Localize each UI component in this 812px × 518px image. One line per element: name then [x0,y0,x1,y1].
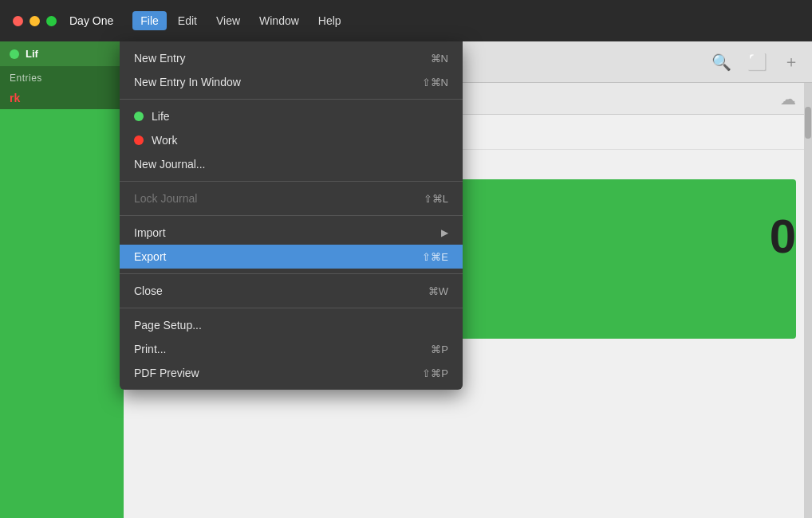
main-content: Lif Entries rk 🔍 ⬜ ＋ MAP CALENDAR ☁ ☆ 🏷 … [0,41,812,518]
menu-item-view[interactable]: View [208,11,248,30]
shortcut-lock: ⇧⌘L [424,193,448,205]
menu-section-import-export: Import ▶ Export ⇧⌘E [120,215,463,273]
menu-section-close: Close ⌘W [120,273,463,308]
shortcut-pdf: ⇧⌘P [422,367,448,379]
life-label: Life [152,110,170,123]
close-label: Close [134,285,163,297]
work-label: Work [152,134,177,147]
page-setup-label: Page Setup... [134,319,202,332]
menu-item-import[interactable]: Import ▶ [120,221,463,245]
menu-item-lock-journal: Lock Journal ⇧⌘L [120,186,463,210]
menu-item-pdf-preview[interactable]: PDF Preview ⇧⌘P [120,361,463,385]
minimize-button[interactable] [30,16,40,26]
work-entry: rk [0,87,124,109]
print-label: Print... [134,343,166,355]
menu-section-lock: Lock Journal ⇧⌘L [120,181,463,215]
lock-journal-label: Lock Journal [134,192,197,205]
scrollbar-thumb[interactable] [805,107,811,139]
menu-item-close[interactable]: Close ⌘W [120,279,463,303]
entries-label: Entries [0,66,124,87]
file-menu: New Entry ⌘N New Entry In Window ⇧⌘N Lif… [120,41,463,390]
export-label: Export [134,250,166,263]
scrollbar[interactable] [804,83,812,518]
cloud-icon: ☁ [780,89,796,108]
menu-item-export[interactable]: Export ⇧⌘E [120,245,463,269]
menu-item-new-entry-window[interactable]: New Entry In Window ⇧⌘N [120,70,463,94]
menu-bar: File Edit View Window Help [132,11,349,30]
life-indicator [134,112,144,121]
work-indicator [134,135,144,145]
menu-item-new-journal[interactable]: New Journal... [120,152,463,176]
menu-item-file[interactable]: File [132,11,167,30]
shortcut-new-entry-window: ⇧⌘N [422,77,448,88]
search-icon[interactable]: 🔍 [711,53,731,72]
shortcut-export: ⇧⌘E [422,251,448,263]
menu-item-window[interactable]: Window [251,11,307,30]
sidebar-icon[interactable]: ⬜ [747,53,767,72]
sidebar-green-block [0,109,124,518]
menu-item-new-entry[interactable]: New Entry ⌘N [120,46,463,70]
import-arrow: ▶ [441,227,448,238]
maximize-button[interactable] [46,16,57,26]
close-button[interactable] [13,16,23,26]
import-label: Import [134,226,166,239]
menu-section-journals: Life Work New Journal... [120,99,463,181]
journal-header[interactable]: Lif [0,41,124,66]
journal-dot [10,49,19,59]
shortcut-print: ⌘P [431,343,448,355]
menu-section-print: Page Setup... Print... ⌘P PDF Preview ⇧⌘… [120,308,463,390]
shortcut-new-entry: ⌘N [431,53,448,65]
traffic-lights [13,16,57,26]
pdf-preview-label: PDF Preview [134,367,199,379]
menu-item-work[interactable]: Work [120,128,463,152]
journal-label: Lif [26,48,38,60]
app-name: Day One [69,14,113,27]
menu-item-help[interactable]: Help [310,11,349,30]
sidebar: Lif Entries rk [0,41,124,518]
title-bar: Day One File Edit View Window Help [0,0,812,41]
zero-label: 0 [770,209,796,264]
menu-item-life[interactable]: Life [120,104,463,128]
shortcut-close: ⌘W [428,285,448,297]
menu-item-print[interactable]: Print... ⌘P [120,337,463,361]
menu-item-page-setup[interactable]: Page Setup... [120,313,463,337]
new-journal-label: New Journal... [134,158,205,171]
menu-item-edit[interactable]: Edit [170,11,205,30]
add-icon[interactable]: ＋ [783,51,799,73]
menu-section-new: New Entry ⌘N New Entry In Window ⇧⌘N [120,41,463,99]
